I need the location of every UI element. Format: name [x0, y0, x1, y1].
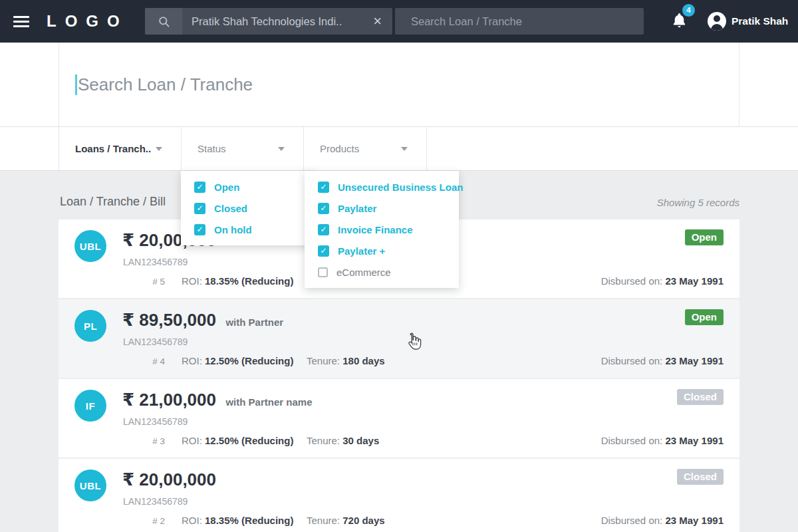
partner-label: with Partner name [225, 396, 312, 408]
product-initials: IF [86, 400, 95, 412]
filter-label: Loans / Tranch.. [75, 143, 151, 154]
loan-amount: ₹ 20,00,000 [122, 469, 216, 489]
loan-index: # 3 [133, 436, 165, 446]
roi-label: ROI: [182, 275, 202, 287]
clear-search-icon[interactable]: × [362, 14, 392, 29]
product-initials-badge: IF [74, 390, 106, 422]
status-option[interactable]: ✓ On hold [181, 219, 313, 240]
filter-label: Products [320, 143, 359, 154]
disbursed-value: 23 May 1991 [665, 515, 724, 526]
disbursed-label: Disbursed on: [601, 515, 663, 526]
product-initials-badge: PL [74, 310, 106, 342]
status-dropdown-menu: ✓ Open ✓ Closed ✓ On hold [181, 171, 313, 245]
product-initials: PL [84, 321, 97, 332]
loan-index: # 2 [133, 516, 165, 526]
checkbox-icon[interactable]: ✓ [318, 245, 329, 257]
option-label: Unsecured Business Loan [338, 182, 463, 193]
user-name[interactable]: Pratik Shah [732, 15, 788, 27]
checkbox-icon[interactable]: ✓ [318, 182, 329, 193]
loan-card[interactable]: IF ₹ 21,00,000 with Partner name LAN1234… [59, 379, 739, 458]
checkbox-icon[interactable]: ✓ [318, 224, 329, 235]
product-initials: UBL [80, 480, 101, 491]
loan-index: # 5 [133, 277, 165, 287]
status-badge: Open [685, 309, 724, 325]
product-option[interactable]: ✓ eCommerce [305, 261, 459, 283]
tenure-value: 30 days [342, 435, 379, 446]
product-option[interactable]: ✓ Paylater [305, 198, 459, 219]
list-title: Loan / Tranche / Bill [60, 195, 166, 209]
loan-amount: ₹ 89,50,000 [122, 310, 216, 330]
disbursed-label: Disbursed on: [601, 275, 663, 287]
option-label: Paylater [338, 203, 376, 214]
status-option[interactable]: ✓ Closed [181, 198, 313, 219]
hero-search-section: Search Loan / Tranche [0, 43, 798, 126]
disbursed-label: Disbursed on: [601, 435, 663, 446]
checkbox-icon[interactable]: ✓ [318, 267, 328, 277]
global-search-value[interactable]: Pratik Shah Technologies Indi.. [182, 15, 362, 28]
disbursed-value: 23 May 1991 [665, 275, 724, 287]
chevron-down-icon [401, 147, 408, 151]
avatar-person-icon [714, 15, 720, 22]
product-option[interactable]: ✓ Paylater + [305, 240, 459, 261]
partner-label: with Partner [225, 317, 283, 328]
text-caret [75, 74, 77, 95]
product-option[interactable]: ✓ Unsecured Business Loan [305, 176, 459, 198]
roi-value: 12.50% (Reducing) [205, 435, 293, 446]
tenure-value: 180 days [342, 355, 384, 366]
user-avatar[interactable] [708, 12, 726, 31]
tenure-label: Tenure: [307, 435, 340, 446]
loan-index: # 4 [133, 356, 165, 366]
records-count: Showing 5 records [657, 197, 739, 208]
product-option[interactable]: ✓ Invoice Finance [305, 219, 459, 240]
checkbox-icon[interactable]: ✓ [318, 203, 329, 214]
search-icon[interactable] [145, 8, 182, 35]
top-navbar: LOGO Pratik Shah Technologies Indi.. × S… [0, 0, 798, 43]
status-option[interactable]: ✓ Open [181, 176, 313, 198]
tenure-label: Tenure: [307, 515, 340, 526]
notifications-button[interactable]: 4 [672, 12, 689, 32]
status-badge: Open [685, 229, 724, 245]
chevron-down-icon [156, 147, 162, 151]
loan-account-number: LAN123456789 [123, 336, 188, 347]
global-search-field[interactable]: Pratik Shah Technologies Indi.. × [145, 8, 392, 35]
option-label: On hold [214, 224, 252, 235]
roi-value: 12.50% (Reducing) [205, 355, 293, 366]
loan-card[interactable]: PL ₹ 89,50,000 with Partner LAN123456789… [59, 299, 739, 378]
disbursed-value: 23 May 1991 [665, 435, 724, 446]
loan-account-number: LAN123456789 [123, 257, 188, 267]
status-badge: Closed [677, 389, 724, 405]
roi-value: 18.35% (Reducing) [205, 275, 293, 287]
disbursed-value: 23 May 1991 [665, 355, 724, 366]
option-label: Paylater + [338, 245, 385, 257]
menu-icon[interactable] [13, 16, 29, 27]
product-initials-badge: UBL [74, 469, 106, 501]
option-label: Closed [214, 203, 247, 214]
navbar-loan-search-field[interactable]: Search Loan / Tranche [395, 8, 644, 35]
chevron-down-icon [278, 147, 285, 151]
filter-status[interactable]: Status [182, 127, 304, 170]
filter-bar: Loans / Tranch.. Status Products [0, 126, 798, 171]
roi-label: ROI: [182, 355, 202, 366]
checkbox-icon[interactable]: ✓ [194, 203, 205, 214]
checkbox-icon[interactable]: ✓ [194, 224, 205, 235]
product-initials: UBL [80, 241, 101, 252]
loan-search-input[interactable]: Search Loan / Tranche [59, 43, 739, 126]
loan-amount: ₹ 21,00,000 [122, 390, 216, 410]
roi-value: 18.35% (Reducing) [205, 515, 293, 526]
loan-card[interactable]: UBL ₹ 20,00,000 LAN123456789 Closed # 2 … [59, 459, 739, 532]
disbursed-label: Disbursed on: [601, 355, 663, 366]
products-dropdown-menu: ✓ Unsecured Business Loan ✓ Paylater ✓ I… [305, 171, 459, 288]
notification-count-badge: 4 [682, 4, 695, 17]
option-label: Invoice Finance [338, 224, 413, 235]
filter-products[interactable]: Products [304, 127, 427, 170]
app-logo: LOGO [47, 12, 128, 31]
loan-search-placeholder: Search Loan / Tranche [78, 74, 253, 95]
option-label: eCommerce [336, 267, 391, 278]
loan-account-number: LAN123456789 [123, 496, 188, 507]
option-label: Open [214, 182, 239, 193]
status-badge: Closed [677, 469, 724, 485]
filter-label: Status [198, 143, 226, 154]
filter-loans-tranches[interactable]: Loans / Tranch.. [59, 127, 182, 170]
checkbox-icon[interactable]: ✓ [194, 182, 205, 193]
roi-label: ROI: [182, 515, 202, 526]
